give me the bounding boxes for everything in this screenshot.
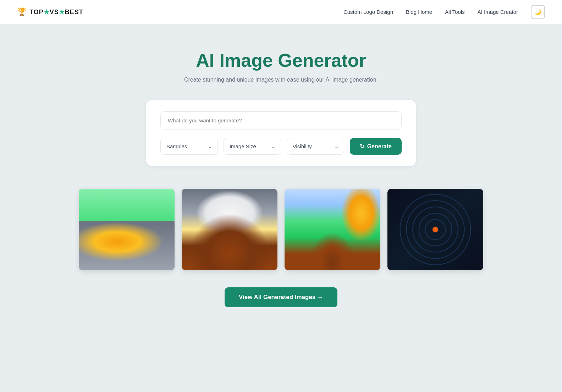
gallery-image-car[interactable] bbox=[79, 189, 175, 270]
image-gallery bbox=[62, 189, 500, 270]
logo[interactable]: 🏆 TOP★VS★BEST bbox=[17, 7, 83, 17]
controls-row: Samples 1 2 4 8 Image Size 512x512 768x7… bbox=[160, 138, 402, 155]
moon-icon: 🌙 bbox=[534, 9, 541, 15]
nav-custom-logo[interactable]: Custom Logo Design bbox=[343, 9, 393, 15]
visibility-wrapper: Visibility Public Private bbox=[287, 138, 344, 155]
view-all-label: View All Generated Images → bbox=[239, 294, 323, 301]
trophy-icon: 🏆 bbox=[17, 7, 27, 17]
nav-blog-home[interactable]: Blog Home bbox=[406, 9, 432, 15]
view-all-section: View All Generated Images → bbox=[225, 287, 337, 307]
samples-select[interactable]: Samples 1 2 4 8 bbox=[160, 138, 218, 155]
prompt-input[interactable] bbox=[160, 111, 402, 129]
nav-ai-image-creator[interactable]: AI Image Creator bbox=[478, 9, 518, 15]
generate-button[interactable]: ↻ Generate bbox=[350, 138, 402, 155]
image-size-wrapper: Image Size 512x512 768x768 1024x1024 bbox=[224, 138, 281, 155]
image-size-select[interactable]: Image Size 512x512 768x768 1024x1024 bbox=[224, 138, 281, 155]
gallery-image-christmas-man[interactable] bbox=[182, 189, 277, 270]
samples-wrapper: Samples 1 2 4 8 bbox=[160, 138, 218, 155]
gallery-image-space[interactable] bbox=[387, 189, 483, 270]
gallery-image-christmas-work[interactable] bbox=[285, 189, 380, 270]
view-all-button[interactable]: View All Generated Images → bbox=[225, 287, 337, 307]
header: 🏆 TOP★VS★BEST Custom Logo Design Blog Ho… bbox=[0, 0, 562, 24]
generate-label: Generate bbox=[367, 143, 392, 150]
page-title: AI Image Generator bbox=[196, 50, 366, 71]
logo-text: TOP★VS★BEST bbox=[29, 8, 83, 16]
navigation: Custom Logo Design Blog Home All Tools A… bbox=[343, 5, 545, 19]
nav-all-tools[interactable]: All Tools bbox=[445, 9, 465, 15]
main-content: AI Image Generator Create stunning and u… bbox=[0, 24, 562, 324]
refresh-icon: ↻ bbox=[360, 143, 364, 150]
dark-mode-toggle[interactable]: 🌙 bbox=[531, 5, 545, 19]
visibility-select[interactable]: Visibility Public Private bbox=[287, 138, 344, 155]
generator-box: Samples 1 2 4 8 Image Size 512x512 768x7… bbox=[146, 100, 416, 166]
page-subtitle: Create stunning and unique images with e… bbox=[184, 77, 378, 83]
